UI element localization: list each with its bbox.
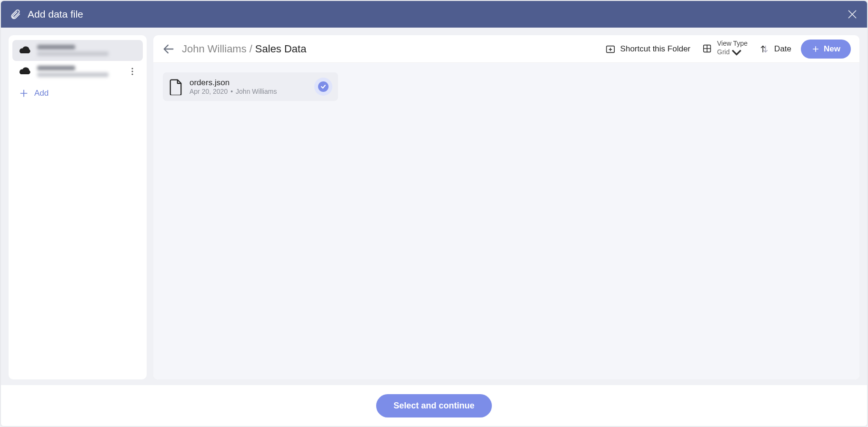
- sort-label: Date: [774, 44, 791, 54]
- shortcut-folder-label: Shortcut this Folder: [620, 44, 690, 54]
- dialog-body: Add John Williams / Sales Data Shortcut …: [1, 28, 867, 385]
- breadcrumb-separator: /: [249, 43, 252, 55]
- breadcrumb: John Williams / Sales Data: [182, 43, 306, 55]
- back-button[interactable]: [162, 42, 175, 56]
- file-name: orders.json: [190, 78, 308, 88]
- view-type-selector[interactable]: View Type Grid: [702, 40, 748, 58]
- view-type-label: View Type: [717, 40, 748, 47]
- breadcrumb-parent[interactable]: John Williams: [182, 43, 247, 55]
- shortcut-folder-button[interactable]: Shortcut this Folder: [605, 44, 690, 54]
- chevron-down-icon: [731, 47, 742, 58]
- add-account-button[interactable]: Add: [12, 82, 143, 105]
- svg-point-3: [131, 70, 133, 72]
- close-button[interactable]: [846, 8, 858, 20]
- new-button-label: New: [824, 44, 840, 54]
- new-button[interactable]: New: [801, 40, 851, 59]
- account-more-button[interactable]: [128, 68, 137, 75]
- dialog-header: Add data file: [1, 1, 867, 28]
- account-info-redacted: [37, 45, 137, 56]
- file-picker-dialog: Add data file: [1, 1, 867, 426]
- file-selected-badge[interactable]: [314, 78, 332, 96]
- account-info-redacted: [37, 66, 123, 77]
- file-meta: Apr 20, 2020 • John Williams: [190, 88, 308, 95]
- svg-point-2: [131, 68, 133, 69]
- confirm-button[interactable]: Select and continue: [376, 394, 491, 417]
- check-icon: [318, 81, 329, 92]
- file-grid: orders.json Apr 20, 2020 • John Williams: [153, 63, 859, 379]
- file-info: orders.json Apr 20, 2020 • John Williams: [190, 78, 308, 95]
- svg-point-4: [131, 73, 133, 75]
- paperclip-icon: [10, 9, 21, 20]
- add-account-label: Add: [34, 89, 49, 98]
- cloud-icon: [18, 45, 32, 56]
- accounts-sidebar: Add: [9, 35, 147, 379]
- account-item[interactable]: [12, 61, 143, 82]
- account-item[interactable]: [12, 40, 143, 61]
- dialog-footer: Select and continue: [1, 385, 867, 426]
- toolbar: John Williams / Sales Data Shortcut this…: [153, 35, 859, 63]
- document-icon: [169, 79, 183, 95]
- breadcrumb-current: Sales Data: [255, 43, 307, 55]
- cloud-icon: [18, 66, 32, 77]
- view-type-value: Grid: [717, 47, 748, 58]
- file-item[interactable]: orders.json Apr 20, 2020 • John Williams: [163, 72, 338, 101]
- sort-selector[interactable]: Date: [759, 44, 791, 54]
- main-panel: John Williams / Sales Data Shortcut this…: [153, 35, 859, 379]
- dialog-title: Add data file: [28, 9, 83, 20]
